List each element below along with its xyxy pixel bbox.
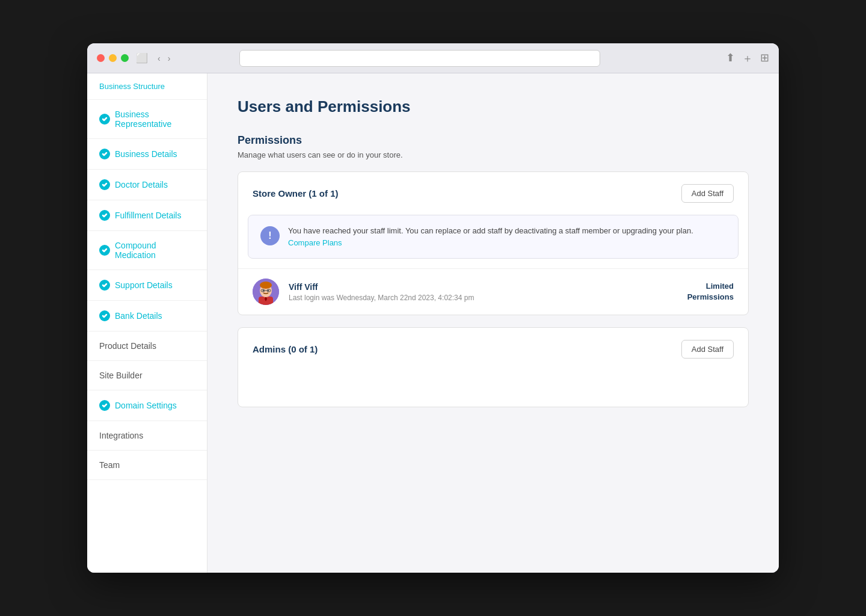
sidebar-item-label-support-details: Support Details — [115, 280, 173, 290]
store-owner-header: Store Owner (1 of 1) Add Staff — [238, 172, 748, 215]
grid-icon[interactable]: ⊞ — [760, 51, 769, 66]
sidebar-item-business-details[interactable]: Business Details — [87, 139, 207, 170]
back-button[interactable]: ‹ — [155, 52, 163, 64]
share-icon[interactable]: ⬆ — [726, 51, 735, 66]
staff-row: Viff Viff Last login was Wednesday, Marc… — [238, 268, 748, 315]
alert-message: You have reached your staff limit. You c… — [288, 226, 693, 235]
staff-limit-alert: ! You have reached your staff limit. You… — [248, 215, 739, 259]
sidebar-top-item[interactable]: Business Structure — [87, 73, 207, 100]
check-icon-business-details — [99, 149, 110, 159]
staff-last-login: Last login was Wednesday, March 22nd 202… — [289, 294, 678, 302]
sidebar-item-support-details[interactable]: Support Details — [87, 270, 207, 301]
sidebar: Business Structure Business Representati… — [87, 73, 207, 573]
check-icon-bank-details — [99, 310, 110, 321]
sidebar-item-integrations[interactable]: Integrations — [87, 421, 207, 451]
traffic-light-red[interactable] — [97, 54, 105, 62]
forward-button[interactable]: › — [165, 52, 173, 64]
sidebar-item-label-integrations: Integrations — [99, 431, 143, 440]
svg-point-4 — [260, 282, 272, 289]
address-bar[interactable] — [239, 50, 600, 67]
sidebar-item-domain-settings[interactable]: Domain Settings — [87, 390, 207, 421]
sidebar-item-label-business-representative: Business Representative — [115, 109, 195, 129]
staff-name: Viff Viff — [289, 282, 678, 292]
sidebar-item-site-builder[interactable]: Site Builder — [87, 361, 207, 390]
store-owner-card: Store Owner (1 of 1) Add Staff ! You hav… — [238, 171, 749, 315]
svg-point-5 — [263, 290, 265, 292]
alert-icon: ! — [260, 226, 280, 245]
staff-permissions: LimitedPermissions — [687, 281, 734, 303]
check-icon-compound-medication — [99, 245, 110, 256]
browser-window: ⬜ ‹ › ⬆ ＋ ⊞ Business Structure Business … — [87, 43, 779, 573]
section-subtitle: Manage what users can see or do in your … — [238, 150, 749, 159]
admins-card: Admins (0 of 1) Add Staff — [238, 327, 749, 407]
avatar — [253, 279, 279, 305]
app-body: Business Structure Business Representati… — [87, 73, 779, 573]
svg-point-6 — [268, 290, 269, 292]
traffic-light-yellow[interactable] — [109, 54, 117, 62]
page-title: Users and Permissions — [238, 97, 749, 116]
new-tab-icon[interactable]: ＋ — [742, 51, 753, 66]
check-icon-domain-settings — [99, 400, 110, 411]
sidebar-item-label-domain-settings: Domain Settings — [115, 401, 177, 410]
compare-plans-link[interactable]: Compare Plans — [288, 238, 342, 247]
nav-arrows: ‹ › — [155, 52, 173, 64]
admins-header: Admins (0 of 1) Add Staff — [238, 328, 748, 371]
sidebar-item-fulfillment-details[interactable]: Fulfillment Details — [87, 200, 207, 231]
browser-chrome: ⬜ ‹ › ⬆ ＋ ⊞ — [87, 43, 779, 73]
traffic-light-green[interactable] — [121, 54, 129, 62]
sidebar-item-business-representative[interactable]: Business Representative — [87, 100, 207, 139]
permissions-label: LimitedPermissions — [687, 281, 734, 303]
sidebar-item-label-fulfillment-details: Fulfillment Details — [115, 211, 181, 220]
sidebar-item-team[interactable]: Team — [87, 451, 207, 480]
sidebar-item-doctor-details[interactable]: Doctor Details — [87, 170, 207, 200]
window-icon: ⬜ — [136, 52, 148, 64]
sidebar-item-label-product-details: Product Details — [99, 341, 156, 351]
check-icon-doctor-details — [99, 179, 110, 190]
alert-text-content: You have reached your staff limit. You c… — [288, 225, 726, 248]
sidebar-item-label-business-details: Business Details — [115, 149, 177, 159]
sidebar-item-label-compound-medication: Compound Medication — [115, 241, 195, 260]
store-owner-title: Store Owner (1 of 1) — [253, 188, 339, 199]
browser-actions: ⬆ ＋ ⊞ — [726, 51, 769, 66]
staff-info: Viff Viff Last login was Wednesday, Marc… — [289, 282, 678, 302]
add-staff-button-admins[interactable]: Add Staff — [681, 340, 734, 359]
sidebar-item-label-team: Team — [99, 460, 120, 470]
check-icon-fulfillment-details — [99, 210, 110, 221]
sidebar-item-compound-medication[interactable]: Compound Medication — [87, 231, 207, 270]
sidebar-item-bank-details[interactable]: Bank Details — [87, 301, 207, 331]
sidebar-item-product-details[interactable]: Product Details — [87, 331, 207, 361]
sidebar-item-label-bank-details: Bank Details — [115, 311, 162, 321]
section-title: Permissions — [238, 134, 749, 147]
admins-title: Admins (0 of 1) — [253, 344, 318, 354]
add-staff-button-owner[interactable]: Add Staff — [681, 184, 734, 203]
traffic-lights — [97, 54, 129, 62]
sidebar-item-label-site-builder: Site Builder — [99, 371, 143, 380]
sidebar-item-label-doctor-details: Doctor Details — [115, 180, 168, 189]
main-content: Users and Permissions Permissions Manage… — [207, 73, 779, 573]
check-icon-support-details — [99, 280, 110, 291]
check-icon-business-representative — [99, 114, 110, 125]
